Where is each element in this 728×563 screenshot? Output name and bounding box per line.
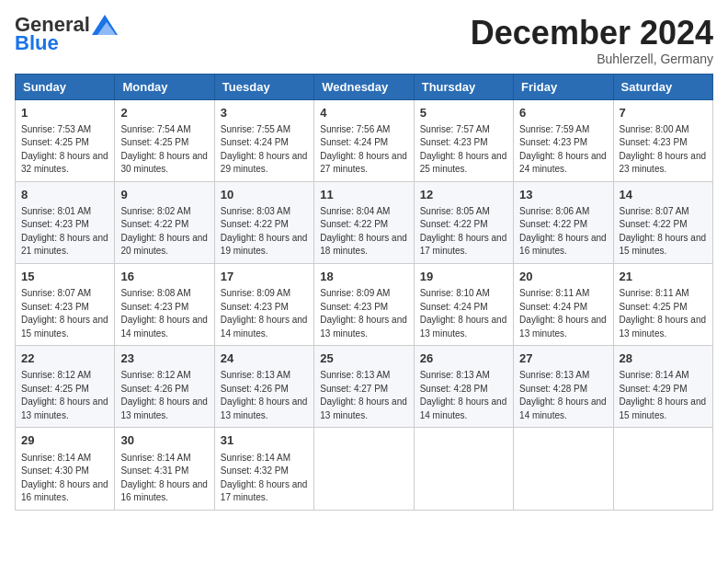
calendar-day-cell: 11Sunrise: 8:04 AMSunset: 4:22 PMDayligh… [314, 181, 414, 263]
calendar-day-cell: 4Sunrise: 7:56 AMSunset: 4:24 PMDaylight… [314, 99, 414, 181]
calendar-day-cell: 20Sunrise: 8:11 AMSunset: 4:24 PMDayligh… [514, 263, 613, 345]
logo-icon [92, 15, 118, 35]
weekday-header: Wednesday [314, 74, 414, 99]
day-info: Sunrise: 7:57 AMSunset: 4:23 PMDaylight:… [420, 123, 507, 177]
day-info: Sunrise: 8:11 AMSunset: 4:24 PMDaylight:… [519, 287, 607, 340]
day-info: Sunrise: 8:14 AMSunset: 4:31 PMDaylight:… [120, 452, 208, 505]
day-info: Sunrise: 8:09 AMSunset: 4:23 PMDaylight:… [221, 287, 308, 340]
day-number: 10 [221, 187, 308, 203]
day-info: Sunrise: 8:02 AMSunset: 4:22 PMDaylight:… [120, 205, 208, 259]
day-number: 26 [420, 350, 507, 367]
logo: General Blue [15, 15, 118, 53]
day-info: Sunrise: 8:03 AMSunset: 4:22 PMDaylight:… [221, 205, 308, 259]
day-info: Sunrise: 8:04 AMSunset: 4:22 PMDaylight:… [320, 205, 407, 259]
day-info: Sunrise: 8:05 AMSunset: 4:22 PMDaylight:… [420, 205, 507, 259]
day-info: Sunrise: 7:54 AMSunset: 4:25 PMDaylight:… [120, 123, 208, 177]
month-title: December 2024 [471, 15, 713, 52]
calendar-day-cell: 27Sunrise: 8:13 AMSunset: 4:28 PMDayligh… [514, 346, 613, 428]
day-number: 12 [420, 187, 507, 203]
calendar-day-cell: 3Sunrise: 7:55 AMSunset: 4:24 PMDaylight… [214, 99, 313, 181]
day-info: Sunrise: 7:55 AMSunset: 4:24 PMDaylight:… [221, 123, 308, 177]
calendar-day-cell: 16Sunrise: 8:08 AMSunset: 4:23 PMDayligh… [115, 263, 214, 345]
day-info: Sunrise: 7:56 AMSunset: 4:24 PMDaylight:… [320, 123, 407, 177]
day-number: 16 [120, 269, 208, 285]
calendar-week-row: 8Sunrise: 8:01 AMSunset: 4:23 PMDaylight… [16, 181, 713, 263]
calendar-day-cell: 26Sunrise: 8:13 AMSunset: 4:28 PMDayligh… [414, 346, 513, 428]
weekday-header: Saturday [613, 74, 712, 99]
calendar-day-cell [414, 428, 513, 510]
calendar-day-cell: 10Sunrise: 8:03 AMSunset: 4:22 PMDayligh… [214, 181, 313, 263]
day-number: 3 [221, 105, 308, 121]
day-info: Sunrise: 7:53 AMSunset: 4:25 PMDaylight:… [21, 123, 108, 177]
day-info: Sunrise: 8:01 AMSunset: 4:23 PMDaylight:… [21, 205, 108, 259]
calendar-day-cell: 8Sunrise: 8:01 AMSunset: 4:23 PMDaylight… [16, 181, 115, 263]
weekday-header: Thursday [414, 74, 513, 99]
calendar-day-cell: 7Sunrise: 8:00 AMSunset: 4:23 PMDaylight… [613, 99, 712, 181]
day-number: 4 [320, 105, 407, 121]
calendar-week-row: 29Sunrise: 8:14 AMSunset: 4:30 PMDayligh… [16, 428, 713, 510]
day-info: Sunrise: 8:10 AMSunset: 4:24 PMDaylight:… [420, 287, 507, 340]
day-number: 24 [221, 350, 308, 367]
calendar-day-cell: 13Sunrise: 8:06 AMSunset: 4:22 PMDayligh… [514, 181, 613, 263]
calendar-day-cell: 29Sunrise: 8:14 AMSunset: 4:30 PMDayligh… [16, 428, 115, 510]
day-info: Sunrise: 8:14 AMSunset: 4:30 PMDaylight:… [21, 452, 108, 505]
calendar-day-cell [613, 428, 712, 510]
calendar-day-cell: 30Sunrise: 8:14 AMSunset: 4:31 PMDayligh… [115, 428, 214, 510]
day-info: Sunrise: 8:07 AMSunset: 4:23 PMDaylight:… [21, 287, 108, 340]
day-number: 23 [120, 350, 208, 367]
day-number: 9 [120, 187, 208, 203]
day-number: 14 [620, 187, 707, 203]
calendar-day-cell: 24Sunrise: 8:13 AMSunset: 4:26 PMDayligh… [214, 346, 313, 428]
calendar-day-cell: 28Sunrise: 8:14 AMSunset: 4:29 PMDayligh… [613, 346, 712, 428]
day-number: 21 [620, 269, 707, 285]
day-number: 19 [420, 269, 507, 285]
weekday-header: Monday [115, 74, 214, 99]
day-number: 2 [120, 105, 208, 121]
calendar-week-row: 1Sunrise: 7:53 AMSunset: 4:25 PMDaylight… [16, 99, 713, 181]
day-number: 1 [21, 105, 108, 121]
day-number: 7 [620, 105, 707, 121]
day-number: 15 [21, 269, 108, 285]
calendar-day-cell [514, 428, 613, 510]
weekday-header: Friday [514, 74, 613, 99]
day-number: 25 [320, 350, 407, 367]
calendar-day-cell: 6Sunrise: 7:59 AMSunset: 4:23 PMDaylight… [514, 99, 613, 181]
day-info: Sunrise: 8:12 AMSunset: 4:26 PMDaylight:… [120, 369, 208, 422]
calendar-week-row: 22Sunrise: 8:12 AMSunset: 4:25 PMDayligh… [16, 346, 713, 428]
day-info: Sunrise: 8:00 AMSunset: 4:23 PMDaylight:… [620, 123, 707, 177]
day-info: Sunrise: 8:08 AMSunset: 4:23 PMDaylight:… [120, 287, 208, 340]
page-header: General Blue December 2024 Buhlerzell, G… [15, 15, 713, 66]
day-info: Sunrise: 8:07 AMSunset: 4:22 PMDaylight:… [620, 205, 707, 259]
day-number: 6 [519, 105, 607, 121]
day-number: 18 [320, 269, 407, 285]
day-info: Sunrise: 8:13 AMSunset: 4:26 PMDaylight:… [221, 369, 308, 422]
day-info: Sunrise: 7:59 AMSunset: 4:23 PMDaylight:… [519, 123, 607, 177]
day-info: Sunrise: 8:06 AMSunset: 4:22 PMDaylight:… [519, 205, 607, 259]
calendar-day-cell: 9Sunrise: 8:02 AMSunset: 4:22 PMDaylight… [115, 181, 214, 263]
day-info: Sunrise: 8:13 AMSunset: 4:28 PMDaylight:… [420, 369, 507, 422]
day-number: 20 [519, 269, 607, 285]
day-number: 27 [519, 350, 607, 367]
day-number: 13 [519, 187, 607, 203]
calendar-day-cell [314, 428, 414, 510]
day-number: 29 [21, 432, 108, 449]
day-number: 8 [21, 187, 108, 203]
day-number: 11 [320, 187, 407, 203]
calendar-day-cell: 14Sunrise: 8:07 AMSunset: 4:22 PMDayligh… [613, 181, 712, 263]
day-number: 17 [221, 269, 308, 285]
calendar-day-cell: 21Sunrise: 8:11 AMSunset: 4:25 PMDayligh… [613, 263, 712, 345]
day-number: 31 [221, 432, 308, 449]
calendar-day-cell: 12Sunrise: 8:05 AMSunset: 4:22 PMDayligh… [414, 181, 513, 263]
day-info: Sunrise: 8:13 AMSunset: 4:28 PMDaylight:… [519, 369, 607, 422]
day-info: Sunrise: 8:13 AMSunset: 4:27 PMDaylight:… [320, 369, 407, 422]
calendar-day-cell: 1Sunrise: 7:53 AMSunset: 4:25 PMDaylight… [16, 99, 115, 181]
calendar-day-cell: 22Sunrise: 8:12 AMSunset: 4:25 PMDayligh… [16, 346, 115, 428]
day-info: Sunrise: 8:11 AMSunset: 4:25 PMDaylight:… [620, 287, 707, 340]
calendar-day-cell: 5Sunrise: 7:57 AMSunset: 4:23 PMDaylight… [414, 99, 513, 181]
logo-blue: Blue [15, 33, 59, 53]
calendar-day-cell: 17Sunrise: 8:09 AMSunset: 4:23 PMDayligh… [214, 263, 313, 345]
title-block: December 2024 Buhlerzell, Germany [471, 15, 713, 66]
calendar-day-cell: 25Sunrise: 8:13 AMSunset: 4:27 PMDayligh… [314, 346, 414, 428]
location: Buhlerzell, Germany [471, 52, 713, 66]
day-info: Sunrise: 8:14 AMSunset: 4:29 PMDaylight:… [620, 369, 707, 422]
